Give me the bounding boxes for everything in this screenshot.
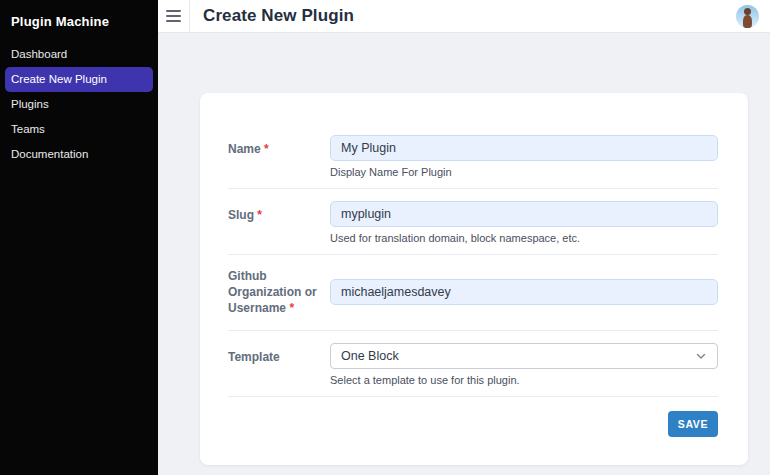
sidebar-item-plugins[interactable]: Plugins <box>5 92 153 117</box>
template-label: Template <box>228 343 330 365</box>
name-input[interactable] <box>330 135 718 161</box>
name-required-asterisk: * <box>264 142 269 156</box>
github-label-text: Github Organization or Username <box>228 269 317 315</box>
template-label-text: Template <box>228 350 280 364</box>
form-actions: SAVE <box>228 397 718 437</box>
github-input-wrap <box>330 279 718 305</box>
menu-toggle-zone <box>158 0 190 32</box>
slug-required-asterisk: * <box>257 208 262 222</box>
save-button[interactable]: SAVE <box>668 411 718 437</box>
template-select-value: One Block <box>341 349 399 363</box>
name-label-text: Name <box>228 142 261 156</box>
user-avatar[interactable] <box>736 5 759 28</box>
github-username-input[interactable] <box>330 279 718 305</box>
sidebar-item-create-new-plugin[interactable]: Create New Plugin <box>5 67 153 92</box>
form-row-name: Name * Display Name For Plugin <box>228 123 718 189</box>
chevron-down-icon <box>695 350 707 362</box>
form-row-template: Template One Block Select a template to … <box>228 331 718 397</box>
name-help-text: Display Name For Plugin <box>330 166 718 178</box>
form-row-slug: Slug * Used for translation domain, bloc… <box>228 189 718 255</box>
slug-input-wrap: Used for translation domain, block names… <box>330 201 718 244</box>
slug-help-text: Used for translation domain, block names… <box>330 232 718 244</box>
github-required-asterisk: * <box>289 301 294 315</box>
slug-label: Slug * <box>228 201 330 223</box>
create-plugin-form-card: Name * Display Name For Plugin Slug * <box>200 93 748 465</box>
sidebar-nav: Dashboard Create New Plugin Plugins Team… <box>0 42 158 167</box>
avatar-photo <box>743 15 752 28</box>
main-content: Name * Display Name For Plugin Slug * <box>158 33 770 475</box>
avatar-photo-detail <box>744 8 751 15</box>
app-window: Plugin Machine Dashboard Create New Plug… <box>0 0 770 475</box>
github-label: Github Organization or Username * <box>228 268 330 316</box>
app-title: Plugin Machine <box>0 0 158 29</box>
form-row-github: Github Organization or Username * <box>228 255 718 331</box>
top-bar: Create New Plugin <box>158 0 770 33</box>
sidebar-item-dashboard[interactable]: Dashboard <box>5 42 153 67</box>
template-select[interactable]: One Block <box>330 343 718 369</box>
page-title: Create New Plugin <box>190 6 354 26</box>
sidebar-item-teams[interactable]: Teams <box>5 117 153 142</box>
template-help-text: Select a template to use for this plugin… <box>330 374 718 386</box>
sidebar: Plugin Machine Dashboard Create New Plug… <box>0 0 158 475</box>
slug-label-text: Slug <box>228 208 254 222</box>
hamburger-menu-icon[interactable] <box>166 10 181 22</box>
sidebar-item-documentation[interactable]: Documentation <box>5 142 153 167</box>
template-select-wrap: One Block Select a template to use for t… <box>330 343 718 386</box>
content-column: Create New Plugin Name * Display Name Fo… <box>158 0 770 475</box>
slug-input[interactable] <box>330 201 718 227</box>
name-label: Name * <box>228 135 330 157</box>
name-input-wrap: Display Name For Plugin <box>330 135 718 178</box>
